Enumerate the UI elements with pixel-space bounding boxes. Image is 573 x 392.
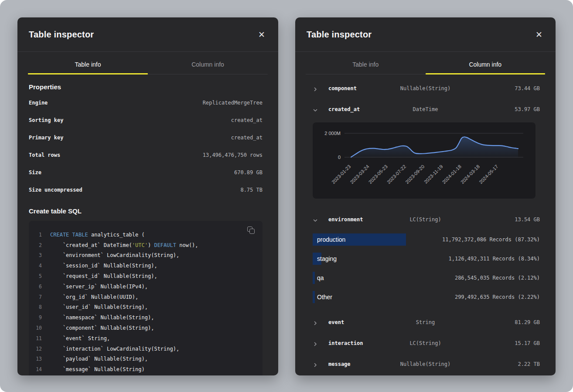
code-token: `request_id` Nullable(String),: [50, 273, 157, 279]
code-token: 'UTC': [132, 242, 148, 248]
modal-header: Table inspector ✕: [295, 17, 556, 52]
column-row-message[interactable]: messageNullable(String)2.22 TB: [295, 354, 556, 375]
y-axis-tick-label: 2 000M: [324, 131, 341, 136]
env-value-cell: Other: [313, 291, 332, 303]
column-type: Nullable(String): [400, 361, 451, 367]
table-inspector-modal-column-info: Table inspector ✕ Table info Column info…: [295, 17, 556, 375]
x-axis-tick-label: 2023-03-24: [349, 164, 370, 185]
page-title: Table inspector: [307, 30, 372, 40]
env-value-records: 286,545,035 Records (2.12%): [455, 275, 540, 281]
close-icon[interactable]: ✕: [256, 29, 268, 41]
properties-list: EngineReplicatedMergeTreeSorting keycrea…: [29, 94, 263, 199]
sql-code-line: 4 `session_id` Nullable(String),: [29, 260, 263, 271]
property-label: Size uncompressed: [29, 187, 82, 193]
column-size: 53.97 GB: [515, 106, 540, 112]
line-number: 11: [29, 335, 42, 341]
tab-table-info[interactable]: Table info: [306, 52, 426, 74]
code-token: `message` Nullable(String): [50, 366, 145, 372]
property-row: EngineReplicatedMergeTree: [29, 94, 263, 112]
column-type: Nullable(String): [400, 85, 451, 91]
chevron-down-icon[interactable]: [313, 107, 318, 112]
property-row: Primary keycreated_at: [29, 129, 263, 146]
x-axis-tick-label: 2023-01-23: [331, 164, 351, 185]
env-value-records: 1,126,492,311 Records (8.34%): [448, 256, 540, 262]
copy-icon[interactable]: [247, 226, 256, 235]
x-axis-tick-label: 2024-03-18: [460, 164, 481, 185]
property-value: 670.89 GB: [234, 169, 263, 176]
env-value-cell: qa: [313, 272, 324, 284]
sql-code-line: 5 `request_id` Nullable(String),: [29, 271, 263, 281]
sql-code-line: 3 `environment` LowCardinality(String),: [29, 250, 263, 261]
column-size: 73.44 GB: [515, 85, 540, 91]
tab-column-info[interactable]: Column info: [148, 52, 268, 74]
env-value-row: qa286,545,035 Records (2.12%): [295, 268, 556, 287]
x-axis-tick-label: 2023-11-19: [423, 164, 444, 185]
code-token: now(),: [176, 242, 198, 248]
area-fill: [351, 137, 518, 157]
page-title: Table inspector: [29, 30, 94, 40]
property-value: 8.75 TB: [240, 187, 263, 193]
column-row-created_at[interactable]: created_atDateTime53.97 GB: [295, 99, 556, 120]
code-token: `org_id` Nullable(UUID),: [50, 294, 138, 300]
column-row-component[interactable]: componentNullable(String)73.44 GB: [295, 78, 556, 99]
column-name: message: [328, 361, 351, 367]
line-number: 6: [29, 284, 42, 290]
property-label: Total rows: [29, 152, 60, 158]
sql-code-line: 10 `component` Nullable(String),: [29, 323, 263, 333]
x-axis-tick-label: 2024-05-17: [478, 164, 499, 185]
column-name: created_at: [328, 106, 360, 112]
column-name: component: [328, 85, 357, 91]
code-token: analytics_table (: [88, 232, 145, 238]
code-token: `namespace` Nullable(String),: [50, 314, 154, 321]
column-row-environment[interactable]: environmentLC(String)13.54 GB: [295, 209, 556, 230]
chevron-right-icon[interactable]: [313, 362, 318, 367]
property-label: Size: [29, 169, 41, 176]
desktop-background: Table inspector ✕ Table info Column info…: [0, 0, 573, 392]
property-value: created_at: [231, 135, 263, 141]
sql-code-line: 13 `payload` Nullable(String),: [29, 354, 263, 365]
property-value: 13,496,476,750 rows: [203, 152, 263, 158]
code-token: `environment` LowCardinality(String),: [50, 252, 179, 258]
chevron-right-icon[interactable]: [313, 341, 318, 346]
code-token: CREATE TABLE: [50, 232, 88, 238]
sql-code-line: 12 `interaction` LowCardinality(String),: [29, 344, 263, 354]
column-name: interaction: [328, 340, 363, 346]
x-axis-tick-label: 2023-07-22: [386, 164, 407, 185]
sql-code-line: 6 `server_ip` Nullable(IPv4),: [29, 281, 263, 292]
chevron-down-icon[interactable]: [313, 217, 318, 222]
env-value-label: Other: [313, 294, 332, 301]
sql-code-line: 9 `namespace` Nullable(String),: [29, 312, 263, 323]
column-row-event[interactable]: eventString81.29 GB: [295, 312, 556, 333]
env-value-row: Other299,492,635 Records (2.22%): [295, 287, 556, 307]
line-number: 5: [29, 273, 42, 279]
column-size: 15.17 GB: [515, 340, 540, 346]
env-value-label: qa: [313, 274, 324, 281]
env-value-records: 11,792,372,086 Records (87.32%): [442, 237, 540, 243]
close-icon[interactable]: ✕: [533, 29, 545, 41]
x-axis-tick-label: 2023-09-20: [404, 164, 425, 185]
sql-code-line: 1CREATE TABLE analytics_table (: [29, 230, 263, 240]
env-value-row: staging1,126,492,311 Records (8.34%): [295, 249, 556, 268]
tab-table-info[interactable]: Table info: [28, 52, 148, 74]
tab-column-info[interactable]: Column info: [426, 52, 546, 74]
env-value-label: production: [313, 236, 345, 243]
line-number: 8: [29, 304, 42, 310]
line-number: 14: [29, 366, 42, 372]
chevron-right-icon[interactable]: [313, 320, 318, 325]
line-number: 2: [29, 242, 42, 248]
sql-code-line: 7 `org_id` Nullable(UUID),: [29, 292, 263, 302]
env-value-row: production11,792,372,086 Records (87.32%…: [295, 230, 556, 249]
chevron-right-icon[interactable]: [313, 86, 318, 91]
line-number: 9: [29, 314, 42, 321]
property-row: Sorting keycreated_at: [29, 112, 263, 129]
column-info-list: componentNullable(String)73.44 GBcreated…: [295, 74, 556, 375]
line-number: 12: [29, 346, 42, 352]
env-value-label: staging: [313, 255, 337, 262]
code-token: `created_at` DateTime(: [50, 242, 132, 248]
code-token: `payload` Nullable(String),: [50, 356, 148, 362]
create-table-sql-heading: Create table SQL: [29, 207, 263, 215]
tab-bar: Table info Column info: [28, 52, 268, 74]
code-token: DEFAULT: [154, 242, 176, 248]
column-size: 13.54 GB: [515, 216, 540, 223]
column-row-interaction[interactable]: interactionLC(String)15.17 GB: [295, 333, 556, 354]
